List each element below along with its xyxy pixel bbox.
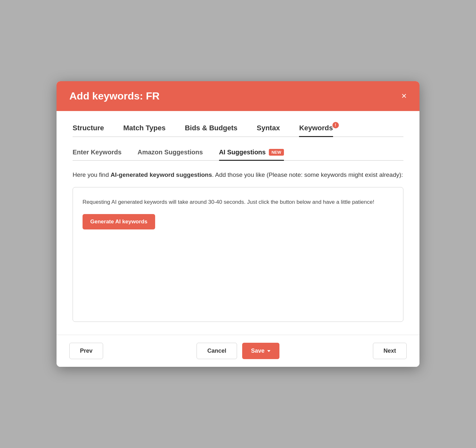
save-button[interactable]: Save [242,343,279,359]
tab-keywords[interactable]: Keywords ! [299,124,333,137]
modal: Add keywords: FR × Structure Match Types… [57,81,419,367]
footer-center: Cancel Save [197,343,279,359]
footer-left: Prev [69,343,103,359]
next-button[interactable]: Next [373,343,407,359]
modal-header: Add keywords: FR × [57,81,419,111]
footer-right: Next [373,343,407,359]
tab-match-types[interactable]: Match Types [123,124,166,136]
new-badge: NEW [269,149,284,156]
sub-tab-ai-suggestions[interactable]: AI Suggestions NEW [219,149,284,161]
tab-syntax[interactable]: Syntax [257,124,280,136]
modal-footer: Prev Cancel Save Next [57,335,419,367]
top-nav: Structure Match Types Bids & Budgets Syn… [73,124,403,137]
chevron-down-icon [267,350,270,352]
sub-nav: Enter Keywords Amazon Suggestions AI Sug… [73,149,403,161]
modal-title: Add keywords: FR [69,90,160,102]
ai-box-description: Requesting AI generated keywords will ta… [83,198,393,206]
tab-bids-budgets[interactable]: Bids & Budgets [185,124,237,136]
generate-ai-keywords-button[interactable]: Generate AI keywords [83,214,155,229]
ai-suggestions-box: Requesting AI generated keywords will ta… [73,187,403,322]
prev-button[interactable]: Prev [69,343,103,359]
tab-structure[interactable]: Structure [73,124,104,136]
alert-icon: ! [332,122,339,128]
close-button[interactable]: × [401,91,407,100]
modal-body: Structure Match Types Bids & Budgets Syn… [57,111,419,335]
sub-tab-enter-keywords[interactable]: Enter Keywords [73,149,121,160]
description-text: Here you find AI-generated keyword sugge… [73,170,403,180]
sub-tab-amazon-suggestions[interactable]: Amazon Suggestions [137,149,203,160]
cancel-button[interactable]: Cancel [197,343,237,359]
